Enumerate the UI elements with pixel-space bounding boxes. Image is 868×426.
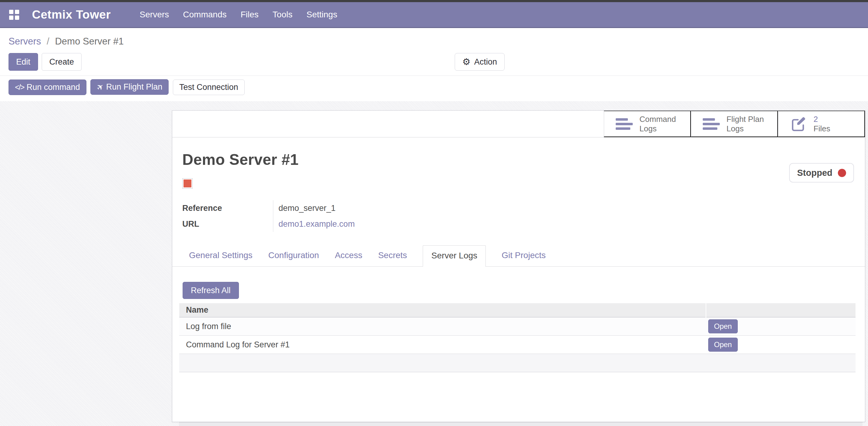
list-icon — [703, 118, 720, 130]
field-values: demo_server_1 demo1.example.com — [273, 200, 456, 232]
action-label: Action — [474, 57, 497, 67]
stat-button-text: Flight Plan Logs — [726, 115, 764, 133]
nav-item-tools[interactable]: Tools — [273, 10, 292, 20]
stat-button-command-logs[interactable]: Command Logs — [604, 111, 691, 137]
tab-general-settings[interactable]: General Settings — [189, 251, 253, 266]
sheet-body: Demo Server #1 Stopped Reference URL dem… — [172, 151, 865, 426]
stat-line1: Command — [640, 115, 676, 124]
table-row[interactable]: Command Log for Server #1 Open — [179, 336, 856, 354]
nav-item-settings[interactable]: Settings — [307, 10, 337, 20]
list-icon — [616, 118, 633, 130]
edit-note-icon — [790, 115, 807, 133]
apps-grid-square — [9, 16, 13, 20]
open-log-button[interactable]: Open — [708, 319, 738, 333]
tab-git-projects[interactable]: Git Projects — [502, 251, 546, 266]
control-panel-buttons: Edit Create ⚙ Action — [0, 53, 868, 71]
server-form-sheet: Command Logs Flight Plan Logs — [172, 110, 865, 422]
url-link[interactable]: demo1.example.com — [278, 219, 355, 229]
nav-item-files[interactable]: Files — [241, 10, 258, 20]
tab-secrets[interactable]: Secrets — [378, 251, 407, 266]
edit-button[interactable]: Edit — [8, 53, 38, 71]
log-name-cell[interactable]: Command Log for Server #1 — [179, 336, 706, 354]
form-view-background: Command Logs Flight Plan Logs — [0, 101, 868, 426]
breadcrumb: Servers / Demo Server #1 — [8, 36, 868, 47]
log-name-cell[interactable]: Log from file — [179, 317, 706, 336]
server-action-bar: </> Run command ✈ Run Flight Plan Test C… — [0, 76, 868, 100]
test-connection-button[interactable]: Test Connection — [173, 80, 245, 95]
status-label: Stopped — [797, 168, 832, 178]
color-swatch[interactable] — [182, 178, 193, 189]
apps-grid-square — [15, 16, 19, 20]
stat-button-text: 2 Files — [813, 115, 830, 133]
field-labels: Reference URL — [182, 200, 273, 232]
stat-value: 2 — [813, 115, 830, 124]
nav-item-commands[interactable]: Commands — [183, 10, 226, 20]
server-logs-tab-content: Refresh All Name Log from file — [172, 267, 865, 372]
stat-button-files[interactable]: 2 Files — [778, 111, 865, 137]
run-command-label: Run command — [27, 83, 80, 92]
run-flight-plan-label: Run Flight Plan — [106, 82, 162, 92]
page: Cetmix Tower Servers Commands Files Tool… — [0, 0, 868, 426]
stat-button-flight-plan-logs[interactable]: Flight Plan Logs — [691, 111, 778, 137]
run-command-button[interactable]: </> Run command — [8, 80, 87, 95]
window-top-strip — [0, 0, 868, 2]
table-empty-row — [179, 354, 856, 372]
status-badge: Stopped — [789, 163, 854, 182]
notebook-tabs: General Settings Configuration Access Se… — [172, 245, 865, 267]
column-header-name[interactable]: Name — [179, 303, 706, 317]
table-header-row: Name — [179, 303, 856, 317]
status-dot-icon — [838, 169, 846, 177]
reference-label: Reference — [182, 200, 273, 216]
stat-line2: Logs — [726, 124, 764, 134]
breadcrumb-current: Demo Server #1 — [55, 36, 124, 47]
page-title: Demo Server #1 — [172, 151, 865, 169]
stat-line2: Files — [813, 124, 830, 134]
stat-button-box: Command Logs Flight Plan Logs — [172, 111, 865, 137]
stat-line2: Logs — [640, 124, 676, 134]
apps-grid-icon[interactable] — [9, 10, 19, 20]
table-row[interactable]: Log from file Open — [179, 317, 856, 336]
stat-button-text: Command Logs — [640, 115, 676, 133]
run-flight-plan-button[interactable]: ✈ Run Flight Plan — [90, 79, 168, 95]
reference-value: demo_server_1 — [278, 200, 456, 216]
plane-icon: ✈ — [95, 81, 106, 93]
stat-line1: Flight Plan — [726, 115, 764, 124]
apps-grid-square — [9, 10, 13, 14]
column-header-actions — [706, 303, 856, 317]
tab-server-logs[interactable]: Server Logs — [423, 245, 486, 267]
gear-icon: ⚙ — [462, 57, 470, 66]
app-brand[interactable]: Cetmix Tower — [32, 8, 111, 21]
refresh-all-button[interactable]: Refresh All — [183, 282, 239, 299]
field-group: Reference URL demo_server_1 demo1.exampl… — [182, 200, 456, 232]
top-navbar: Cetmix Tower Servers Commands Files Tool… — [0, 2, 868, 28]
open-log-button[interactable]: Open — [708, 338, 738, 352]
code-icon: </> — [15, 83, 24, 92]
main-menu: Servers Commands Files Tools Settings — [140, 10, 337, 20]
create-button[interactable]: Create — [42, 53, 82, 71]
breadcrumb-separator: / — [46, 36, 49, 47]
tab-configuration[interactable]: Configuration — [269, 251, 319, 266]
action-dropdown-button[interactable]: ⚙ Action — [455, 53, 505, 71]
breadcrumb-servers-link[interactable]: Servers — [8, 36, 41, 47]
tab-access[interactable]: Access — [335, 251, 362, 266]
horizontal-scrollbar[interactable] — [179, 422, 863, 426]
url-label: URL — [182, 216, 273, 232]
nav-item-servers[interactable]: Servers — [140, 10, 169, 20]
server-logs-table: Name Log from file Open — [179, 303, 856, 372]
apps-grid-square — [15, 10, 19, 14]
